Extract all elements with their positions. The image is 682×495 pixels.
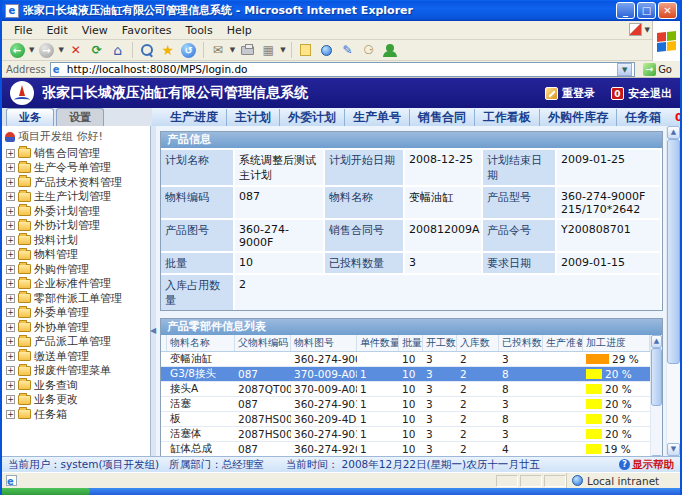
maximize-button[interactable]: □ [637, 2, 656, 19]
menu-file[interactable]: File [8, 22, 38, 39]
nav-outsource-plan[interactable]: 外委计划 [279, 109, 344, 126]
menu-favorites[interactable]: Favorites [116, 22, 178, 39]
chevron-down-icon[interactable]: ▼ [645, 26, 650, 34]
menu-view[interactable]: View [76, 22, 114, 39]
nav-production-order[interactable]: 生产单号 [344, 109, 409, 126]
table-row[interactable]: 板2087HS002360-209-4D01011032820 % [161, 412, 650, 427]
sidebar-item[interactable]: +报废件管理菜单 [4, 364, 150, 379]
table-row[interactable]: 活塞087360-274-9010F11032320 % [161, 397, 650, 412]
sidebar-item[interactable]: +生产令号单管理 [4, 161, 150, 176]
vscroll-thumb[interactable] [667, 139, 680, 364]
page-vscrollbar[interactable]: ▲ ▼ [666, 126, 680, 456]
expand-icon[interactable]: + [6, 294, 15, 303]
sidebar-item[interactable]: +外委单管理 [4, 306, 150, 321]
menu-tools[interactable]: Tools [180, 22, 219, 39]
sidebar-item[interactable]: +产品技术资料管理 [4, 175, 150, 190]
back-button[interactable]: ← [8, 41, 26, 59]
expand-icon[interactable]: + [6, 178, 15, 187]
expand-icon[interactable]: + [6, 337, 15, 346]
research-button[interactable]: ✎ [339, 41, 357, 59]
home-button[interactable]: ⌂ [109, 41, 127, 59]
forward-button[interactable]: → [37, 41, 55, 59]
sidebar-splitter[interactable]: ◀ [151, 126, 156, 456]
favorites-button[interactable]: ★ [159, 41, 177, 59]
sidebar-item[interactable]: +物料管理 [4, 248, 150, 263]
sidebar-item[interactable]: +主生产计划管理 [4, 190, 150, 205]
tab-business[interactable]: 业务 [6, 108, 54, 126]
address-dropdown-icon[interactable]: ▼ [617, 63, 632, 76]
menu-help[interactable]: Help [221, 22, 258, 39]
sidebar-item-task-box[interactable]: +任务箱 [4, 407, 150, 422]
address-input[interactable]: http://localhost:8080/MPS/login.do [67, 63, 614, 75]
go-button[interactable]: → Go [639, 63, 676, 76]
expand-icon[interactable]: + [6, 192, 15, 201]
print-button[interactable] [238, 41, 256, 59]
minimize-button[interactable]: _ [616, 2, 635, 19]
expand-icon[interactable]: + [6, 279, 15, 288]
sidebar-item[interactable]: +产品派工单管理 [4, 335, 150, 350]
search-button[interactable] [138, 41, 156, 59]
start-button[interactable] [2, 488, 90, 495]
expand-icon[interactable]: + [6, 381, 15, 390]
expand-icon[interactable]: + [6, 221, 15, 230]
edit-dropdown-icon[interactable]: ▼ [280, 46, 285, 54]
expand-icon[interactable]: + [6, 163, 15, 172]
sidebar-item[interactable]: +业务更改 [4, 393, 150, 408]
back-dropdown-icon[interactable]: ▼ [29, 46, 34, 54]
collapse-arrow-icon[interactable]: ◀ [150, 326, 156, 335]
expand-icon[interactable]: + [6, 395, 15, 404]
expand-icon[interactable]: + [6, 236, 15, 245]
binoculars-button[interactable]: ⚆ [360, 41, 378, 59]
table-row[interactable]: 接头A2087QT002370-009-A085011032820 % [161, 382, 650, 397]
sidebar-item[interactable]: +外委计划管理 [4, 204, 150, 219]
nav-sales-contract[interactable]: 销售合同 [409, 109, 474, 126]
refresh-button[interactable]: ⟳ [88, 41, 106, 59]
scroll-down-icon[interactable]: ▼ [667, 443, 680, 456]
address-field[interactable]: e http://localhost:8080/MPS/login.do ▼ [50, 62, 635, 77]
discuss-button[interactable] [297, 41, 315, 59]
forward-dropdown-icon[interactable]: ▼ [58, 46, 63, 54]
history-button[interactable]: ↺ [180, 41, 198, 59]
expand-icon[interactable]: + [6, 366, 15, 375]
tab-settings[interactable]: 设置 [56, 108, 104, 126]
expand-icon[interactable]: + [6, 207, 15, 216]
table-row-selected[interactable]: G3/8接头087370-009-A084011032820 % [161, 367, 650, 382]
logout-button[interactable]: 0 安全退出 [611, 86, 672, 101]
sidebar-item[interactable]: +企业标准件管理 [4, 277, 150, 292]
table-row[interactable]: 活塞体2087HS002360-274-9011W11032320 % [161, 427, 650, 442]
sidebar-item[interactable]: +外协计划管理 [4, 219, 150, 234]
nav-production-progress[interactable]: 生产进度 [162, 109, 226, 126]
nav-task-box[interactable]: 任务箱 [616, 109, 669, 126]
messenger-button[interactable] [318, 41, 336, 59]
stop-button[interactable]: ✕ [67, 41, 85, 59]
scroll-up-icon[interactable]: ▲ [667, 126, 680, 139]
expand-icon[interactable]: + [6, 323, 15, 332]
menu-edit[interactable]: Edit [40, 22, 73, 39]
mail-dropdown-icon[interactable]: ▼ [230, 46, 235, 54]
parts-table-vscrollbar[interactable]: ▲ ▼ [650, 335, 662, 456]
expand-icon[interactable]: + [6, 352, 15, 361]
show-help-link[interactable]: ? 显示帮助 [619, 458, 674, 472]
nav-purchased-stock[interactable]: 外购件库存 [539, 109, 616, 126]
expand-icon[interactable]: + [6, 410, 15, 419]
sidebar-item[interactable]: +业务查询 [4, 378, 150, 393]
table-row[interactable]: 缸体总成087360-274-9200F11032419 % [161, 442, 650, 456]
sidebar-item[interactable]: +缴送单管理 [4, 349, 150, 364]
nav-master-plan[interactable]: 主计划 [226, 109, 279, 126]
edit-button[interactable]: ▦ [259, 41, 277, 59]
close-button[interactable]: ✕ [658, 2, 677, 19]
vscroll-thumb[interactable] [651, 348, 662, 406]
sidebar-item[interactable]: +零部件派工单管理 [4, 291, 150, 306]
expand-icon[interactable]: + [6, 250, 15, 259]
expand-icon[interactable]: + [6, 265, 15, 274]
sidebar-item-sales-contract[interactable]: +销售合同管理 [4, 146, 150, 161]
relogin-button[interactable]: 重登录 [545, 86, 595, 101]
scroll-up-icon[interactable]: ▲ [651, 335, 662, 348]
expand-icon[interactable]: + [6, 149, 15, 158]
sidebar-item[interactable]: +外购件管理 [4, 262, 150, 277]
expand-icon[interactable]: + [6, 308, 15, 317]
sidebar-item[interactable]: +投料计划 [4, 233, 150, 248]
adobe-pdf-icon[interactable] [629, 23, 642, 36]
msn-button[interactable] [381, 41, 399, 59]
table-row[interactable]: 变幅油缸360-274-9000F1032329 % [161, 352, 650, 367]
